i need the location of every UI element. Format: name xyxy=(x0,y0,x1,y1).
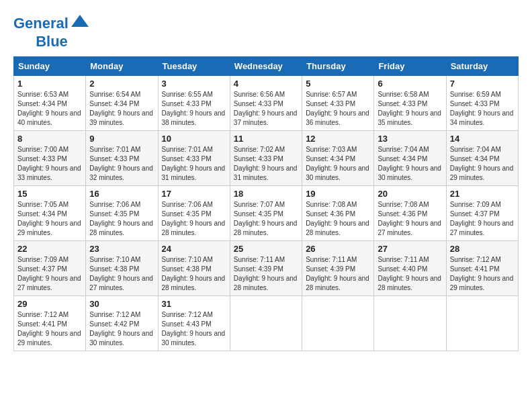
calendar-cell: 15 Sunrise: 7:05 AM Sunset: 4:34 PM Dayl… xyxy=(14,186,86,241)
day-number: 2 xyxy=(89,79,154,89)
day-number: 22 xyxy=(17,244,82,254)
day-number: 28 xyxy=(450,244,515,254)
calendar-cell: 28 Sunrise: 7:12 AM Sunset: 4:41 PM Dayl… xyxy=(446,241,518,296)
calendar-header-row: SundayMondayTuesdayWednesdayThursdayFrid… xyxy=(14,57,519,76)
day-number: 16 xyxy=(89,189,154,199)
day-number: 21 xyxy=(450,189,515,199)
day-number: 15 xyxy=(17,189,82,199)
calendar-cell: 29 Sunrise: 7:12 AM Sunset: 4:41 PM Dayl… xyxy=(14,296,86,351)
logo-text: General xyxy=(13,15,69,32)
logo-blue-text: Blue xyxy=(36,34,68,50)
day-number: 30 xyxy=(89,299,154,309)
calendar-cell: 4 Sunrise: 6:56 AM Sunset: 4:33 PM Dayli… xyxy=(230,76,302,131)
calendar-cell: 13 Sunrise: 7:04 AM Sunset: 4:34 PM Dayl… xyxy=(374,131,446,186)
calendar-cell: 8 Sunrise: 7:00 AM Sunset: 4:33 PM Dayli… xyxy=(14,131,86,186)
week-row-5: 29 Sunrise: 7:12 AM Sunset: 4:41 PM Dayl… xyxy=(14,296,519,351)
header-tuesday: Tuesday xyxy=(158,57,230,76)
day-number: 13 xyxy=(378,134,442,144)
logo-icon xyxy=(70,13,90,34)
day-info: Sunrise: 7:04 AM Sunset: 4:34 PM Dayligh… xyxy=(378,145,442,183)
header-monday: Monday xyxy=(86,57,158,76)
day-info: Sunrise: 7:05 AM Sunset: 4:34 PM Dayligh… xyxy=(17,200,82,238)
day-number: 23 xyxy=(89,244,154,254)
day-info: Sunrise: 6:59 AM Sunset: 4:33 PM Dayligh… xyxy=(450,90,515,128)
day-info: Sunrise: 7:09 AM Sunset: 4:37 PM Dayligh… xyxy=(450,200,515,238)
calendar-cell: 1 Sunrise: 6:53 AM Sunset: 4:34 PM Dayli… xyxy=(14,76,86,131)
day-number: 11 xyxy=(234,134,298,144)
week-row-4: 22 Sunrise: 7:09 AM Sunset: 4:37 PM Dayl… xyxy=(14,241,519,296)
day-number: 27 xyxy=(378,244,442,254)
day-number: 6 xyxy=(378,79,442,89)
day-info: Sunrise: 6:55 AM Sunset: 4:33 PM Dayligh… xyxy=(162,90,226,128)
calendar-cell: 11 Sunrise: 7:02 AM Sunset: 4:33 PM Dayl… xyxy=(230,131,302,186)
calendar-cell: 19 Sunrise: 7:08 AM Sunset: 4:36 PM Dayl… xyxy=(302,186,374,241)
header-wednesday: Wednesday xyxy=(230,57,302,76)
day-info: Sunrise: 7:12 AM Sunset: 4:43 PM Dayligh… xyxy=(162,310,226,348)
day-info: Sunrise: 6:57 AM Sunset: 4:33 PM Dayligh… xyxy=(306,90,370,128)
calendar-cell: 17 Sunrise: 7:06 AM Sunset: 4:35 PM Dayl… xyxy=(158,186,230,241)
calendar-cell: 12 Sunrise: 7:03 AM Sunset: 4:34 PM Dayl… xyxy=(302,131,374,186)
calendar-cell: 18 Sunrise: 7:07 AM Sunset: 4:35 PM Dayl… xyxy=(230,186,302,241)
day-number: 19 xyxy=(306,189,370,199)
calendar-cell: 22 Sunrise: 7:09 AM Sunset: 4:37 PM Dayl… xyxy=(14,241,86,296)
day-number: 5 xyxy=(306,79,370,89)
day-number: 4 xyxy=(234,79,298,89)
logo: General Blue xyxy=(13,13,90,50)
day-info: Sunrise: 7:07 AM Sunset: 4:35 PM Dayligh… xyxy=(234,200,298,238)
day-info: Sunrise: 7:01 AM Sunset: 4:33 PM Dayligh… xyxy=(89,145,154,183)
day-number: 9 xyxy=(89,134,154,144)
week-row-1: 1 Sunrise: 6:53 AM Sunset: 4:34 PM Dayli… xyxy=(14,76,519,131)
day-info: Sunrise: 7:10 AM Sunset: 4:38 PM Dayligh… xyxy=(89,255,154,293)
day-number: 3 xyxy=(162,79,226,89)
calendar-cell: 27 Sunrise: 7:11 AM Sunset: 4:40 PM Dayl… xyxy=(374,241,446,296)
day-number: 1 xyxy=(17,79,82,89)
day-info: Sunrise: 7:11 AM Sunset: 4:39 PM Dayligh… xyxy=(306,255,370,293)
calendar-cell xyxy=(230,296,302,351)
day-info: Sunrise: 7:08 AM Sunset: 4:36 PM Dayligh… xyxy=(378,200,442,238)
day-info: Sunrise: 7:11 AM Sunset: 4:39 PM Dayligh… xyxy=(234,255,298,293)
calendar-cell: 7 Sunrise: 6:59 AM Sunset: 4:33 PM Dayli… xyxy=(446,76,518,131)
calendar-cell xyxy=(446,296,518,351)
day-number: 7 xyxy=(450,79,515,89)
calendar-cell: 6 Sunrise: 6:58 AM Sunset: 4:33 PM Dayli… xyxy=(374,76,446,131)
calendar-cell: 30 Sunrise: 7:12 AM Sunset: 4:42 PM Dayl… xyxy=(86,296,158,351)
calendar-cell xyxy=(302,296,374,351)
day-info: Sunrise: 6:56 AM Sunset: 4:33 PM Dayligh… xyxy=(234,90,298,128)
day-info: Sunrise: 6:54 AM Sunset: 4:34 PM Dayligh… xyxy=(89,90,154,128)
day-number: 10 xyxy=(162,134,226,144)
calendar-cell: 16 Sunrise: 7:06 AM Sunset: 4:35 PM Dayl… xyxy=(86,186,158,241)
day-info: Sunrise: 7:04 AM Sunset: 4:34 PM Dayligh… xyxy=(450,145,515,183)
calendar-cell: 26 Sunrise: 7:11 AM Sunset: 4:39 PM Dayl… xyxy=(302,241,374,296)
calendar-cell: 25 Sunrise: 7:11 AM Sunset: 4:39 PM Dayl… xyxy=(230,241,302,296)
day-info: Sunrise: 7:12 AM Sunset: 4:41 PM Dayligh… xyxy=(17,310,82,348)
day-number: 31 xyxy=(162,299,226,309)
calendar-cell: 3 Sunrise: 6:55 AM Sunset: 4:33 PM Dayli… xyxy=(158,76,230,131)
calendar-cell: 5 Sunrise: 6:57 AM Sunset: 4:33 PM Dayli… xyxy=(302,76,374,131)
day-info: Sunrise: 7:02 AM Sunset: 4:33 PM Dayligh… xyxy=(234,145,298,183)
day-number: 24 xyxy=(162,244,226,254)
day-info: Sunrise: 7:12 AM Sunset: 4:42 PM Dayligh… xyxy=(89,310,154,348)
page-header: General Blue xyxy=(13,13,519,50)
calendar-cell: 10 Sunrise: 7:01 AM Sunset: 4:33 PM Dayl… xyxy=(158,131,230,186)
day-number: 12 xyxy=(306,134,370,144)
day-info: Sunrise: 6:53 AM Sunset: 4:34 PM Dayligh… xyxy=(17,90,82,128)
svg-marker-0 xyxy=(71,15,89,27)
calendar-cell: 20 Sunrise: 7:08 AM Sunset: 4:36 PM Dayl… xyxy=(374,186,446,241)
day-info: Sunrise: 7:08 AM Sunset: 4:36 PM Dayligh… xyxy=(306,200,370,238)
day-info: Sunrise: 7:11 AM Sunset: 4:40 PM Dayligh… xyxy=(378,255,442,293)
day-info: Sunrise: 7:06 AM Sunset: 4:35 PM Dayligh… xyxy=(162,200,226,238)
calendar-cell: 23 Sunrise: 7:10 AM Sunset: 4:38 PM Dayl… xyxy=(86,241,158,296)
header-sunday: Sunday xyxy=(14,57,86,76)
day-number: 29 xyxy=(17,299,82,309)
day-info: Sunrise: 7:09 AM Sunset: 4:37 PM Dayligh… xyxy=(17,255,82,293)
day-info: Sunrise: 7:06 AM Sunset: 4:35 PM Dayligh… xyxy=(89,200,154,238)
day-info: Sunrise: 7:12 AM Sunset: 4:41 PM Dayligh… xyxy=(450,255,515,293)
week-row-2: 8 Sunrise: 7:00 AM Sunset: 4:33 PM Dayli… xyxy=(14,131,519,186)
calendar-cell: 14 Sunrise: 7:04 AM Sunset: 4:34 PM Dayl… xyxy=(446,131,518,186)
day-number: 17 xyxy=(162,189,226,199)
week-row-3: 15 Sunrise: 7:05 AM Sunset: 4:34 PM Dayl… xyxy=(14,186,519,241)
day-info: Sunrise: 6:58 AM Sunset: 4:33 PM Dayligh… xyxy=(378,90,442,128)
calendar-table: SundayMondayTuesdayWednesdayThursdayFrid… xyxy=(13,56,519,351)
calendar-cell: 31 Sunrise: 7:12 AM Sunset: 4:43 PM Dayl… xyxy=(158,296,230,351)
day-info: Sunrise: 7:03 AM Sunset: 4:34 PM Dayligh… xyxy=(306,145,370,183)
